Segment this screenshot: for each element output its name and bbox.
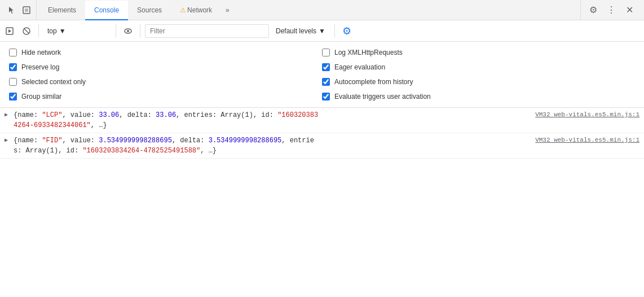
string-value: "160320383	[277, 111, 318, 119]
checkbox-eager-eval[interactable]	[322, 63, 330, 71]
console-line: s: Array(1), id: "1603203834264-47825254…	[14, 146, 639, 156]
plain-text: , entries: Array(1), id:	[176, 111, 277, 119]
filter-input[interactable]	[145, 24, 269, 38]
checkbox-group-similar[interactable]	[9, 93, 17, 101]
console-entry-lcp-entry: VM32 web-vitals.es5.min.js:1▶{name: "LCP…	[0, 108, 644, 133]
checkbox-label-group-similar[interactable]: Group similar	[21, 93, 61, 101]
plain-text: s: Array(1), id:	[14, 147, 82, 155]
checkbox-row: Preserve log	[9, 61, 322, 73]
context-selector[interactable]: top ▼	[43, 25, 111, 37]
tab-console[interactable]: Console	[85, 1, 128, 20]
checkbox-evaluate-triggers[interactable]	[322, 93, 330, 101]
cursor-icon[interactable]	[7, 5, 17, 15]
string-value: "FID"	[42, 137, 62, 145]
plain-text: , delta:	[119, 111, 156, 119]
expand-arrow[interactable]: ▶	[5, 111, 8, 119]
warning-icon: ⚠	[180, 6, 186, 14]
divider-2	[116, 24, 116, 38]
string-value: "LCP"	[42, 111, 62, 119]
checkbox-label-log-xmlhttp[interactable]: Log XMLHttpRequests	[334, 49, 403, 56]
console-entry-link[interactable]: VM32 web-vitals.es5.min.js:1	[535, 110, 639, 120]
tab-network[interactable]: ⚠ Network	[171, 1, 221, 20]
checkbox-preserve-log[interactable]	[9, 63, 17, 71]
console-entry-fid-entry: VM32 web-vitals.es5.min.js:1▶{name: "FID…	[0, 133, 644, 159]
number-value: 33.06	[156, 111, 176, 119]
checkbox-row: Selected context only	[9, 76, 322, 88]
plain-text: , value:	[62, 111, 99, 119]
eye-icon[interactable]	[121, 24, 135, 38]
inspect-icon[interactable]	[21, 5, 32, 15]
number-value: 3.5349999998288695	[99, 137, 172, 145]
svg-marker-3	[8, 29, 11, 33]
divider-4	[334, 24, 335, 38]
plain-text: , …}	[91, 121, 107, 129]
divider-3	[140, 24, 140, 38]
checkbox-label-selected-context[interactable]: Selected context only	[21, 78, 86, 86]
toolbar-row: top ▼ Default levels ▼ ⚙	[0, 20, 644, 42]
plain-text: {name:	[14, 111, 42, 119]
checkbox-label-evaluate-triggers[interactable]: Evaluate triggers user activation	[334, 93, 431, 101]
checkbox-label-eager-eval[interactable]: Eager evaluation	[334, 63, 385, 71]
checkbox-label-preserve-log[interactable]: Preserve log	[21, 63, 59, 71]
plain-text: , …}	[200, 147, 217, 155]
plain-text: , entrie	[281, 137, 314, 145]
checkbox-row: Group similar	[9, 90, 322, 103]
clear-icon[interactable]	[19, 24, 34, 38]
more-options-icon[interactable]: ⋮	[603, 2, 619, 18]
checkbox-row: Hide network	[9, 46, 322, 59]
execute-icon[interactable]	[2, 24, 17, 38]
console-output: VM32 web-vitals.es5.min.js:1▶{name: "LCP…	[0, 108, 644, 159]
tab-elements[interactable]: Elements	[39, 1, 85, 20]
number-value: 3.5349999998288695	[209, 137, 282, 145]
checkbox-row: Log XMLHttpRequests	[322, 46, 635, 59]
svg-point-7	[127, 30, 129, 32]
levels-arrow: ▼	[319, 27, 325, 35]
string-value: 4264-6933482344061"	[14, 121, 91, 129]
tab-bar: Elements Console Sources ⚠ Network » ⚙ ⋮…	[0, 0, 644, 20]
expand-arrow[interactable]: ▶	[5, 136, 8, 145]
checkbox-row: Autocomplete from history	[322, 76, 635, 88]
levels-button[interactable]: Default levels ▼	[271, 26, 330, 36]
more-tabs-button[interactable]: »	[221, 6, 234, 14]
checkboxes-area: Hide networkLog XMLHttpRequestsPreserve …	[0, 42, 644, 108]
devtools-icons	[2, 0, 37, 20]
console-line: 4264-6933482344061", …}	[14, 120, 639, 130]
checkbox-label-autocomplete-history[interactable]: Autocomplete from history	[334, 78, 413, 86]
divider-1	[38, 24, 39, 38]
checkbox-row: Eager evaluation	[322, 61, 635, 73]
console-entry-link[interactable]: VM32 web-vitals.es5.min.js:1	[535, 136, 639, 145]
context-arrow: ▼	[59, 27, 66, 35]
number-value: 33.06	[99, 111, 119, 119]
plain-text: , delta:	[172, 137, 209, 145]
checkbox-selected-context[interactable]	[9, 78, 17, 86]
svg-line-5	[24, 29, 29, 33]
plain-text: , value:	[62, 137, 99, 145]
close-icon[interactable]: ✕	[621, 2, 637, 18]
checkbox-autocomplete-history[interactable]	[322, 78, 330, 86]
svg-rect-1	[25, 8, 28, 12]
plain-text: {name:	[14, 137, 42, 145]
console-settings-icon[interactable]: ⚙	[339, 24, 354, 38]
checkbox-log-xmlhttp[interactable]	[322, 49, 330, 56]
checkbox-label-hide-network[interactable]: Hide network	[21, 49, 61, 56]
tab-bar-right: ⚙ ⋮ ✕	[580, 0, 642, 20]
settings-icon[interactable]: ⚙	[585, 2, 601, 18]
checkbox-hide-network[interactable]	[9, 49, 17, 56]
string-value: "1603203834264-4782525491588"	[82, 147, 200, 155]
checkbox-row: Evaluate triggers user activation	[322, 90, 635, 103]
tab-sources[interactable]: Sources	[128, 1, 171, 20]
